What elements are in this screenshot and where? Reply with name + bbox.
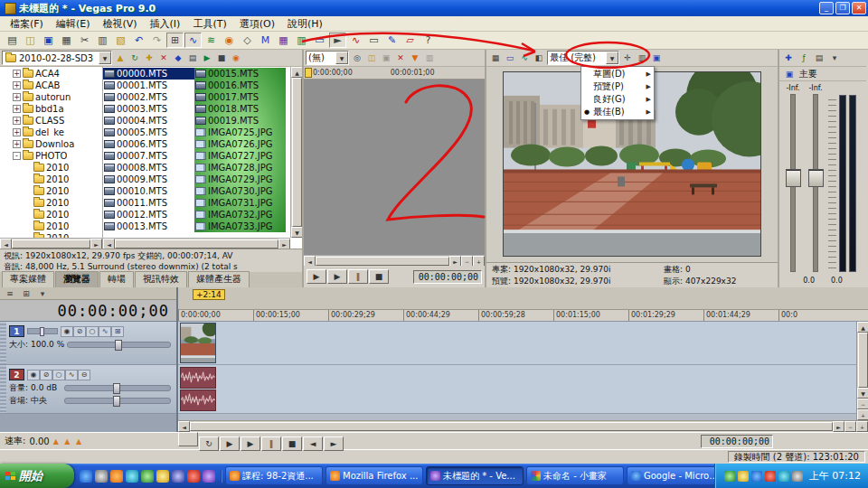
quicklaunch-mail-icon[interactable] xyxy=(156,470,169,483)
quicklaunch-vegas-icon[interactable] xyxy=(203,470,215,483)
loop-playback-button[interactable]: ↻ xyxy=(199,436,219,451)
file-item[interactable]: 00000.MTS xyxy=(103,68,194,80)
video-event-clip[interactable] xyxy=(180,323,216,363)
play-from-start-button[interactable]: ▶ xyxy=(220,436,240,451)
remove-media-icon[interactable]: ✕ xyxy=(393,52,408,64)
track-size-slider[interactable] xyxy=(67,342,171,348)
paste-icon[interactable]: ▧ xyxy=(112,33,129,48)
automation-settings-icon[interactable]: ◉ xyxy=(61,326,73,337)
quicklaunch-ie-icon[interactable] xyxy=(80,470,92,483)
zoom-tool-icon[interactable]: ◎ xyxy=(350,52,364,64)
taskbar-button[interactable]: Mozilla Firefox ... xyxy=(326,466,423,485)
file-item[interactable]: IMGA0730.JPG xyxy=(194,185,286,197)
scroll-left-icon[interactable]: ◄ xyxy=(178,421,190,432)
folder-tree-item[interactable]: + ACA4 xyxy=(0,68,102,80)
audio-track-header[interactable]: 2 ◉⊘○∿⊖ 音量: 0.0 dB 音場: 中央 xyxy=(0,365,176,414)
project-properties-icon[interactable]: ▦ xyxy=(58,33,75,48)
scroll-left-icon[interactable]: ◄ xyxy=(0,239,12,249)
preview-quality-combo[interactable]: 最佳 (完整) ▼ xyxy=(547,51,619,65)
scroll-down-icon[interactable]: ▼ xyxy=(291,227,302,238)
file-item[interactable]: 00007.MTS xyxy=(103,150,194,162)
composite-level-slider[interactable] xyxy=(27,328,58,334)
fader-handle[interactable] xyxy=(786,169,801,187)
stop-preview-icon[interactable]: ■ xyxy=(214,52,229,64)
folder-tree-item[interactable]: 2010 xyxy=(0,162,102,174)
auto-ripple-toggle-icon[interactable]: ≋ xyxy=(203,33,220,48)
volume-fader[interactable] xyxy=(813,94,818,272)
quicklaunch-word-icon[interactable] xyxy=(172,470,184,483)
tray-antivirus-icon[interactable] xyxy=(724,471,735,482)
mute-icon[interactable]: ⊘ xyxy=(73,326,86,337)
dock-tab[interactable]: 專案媒體 xyxy=(2,271,54,287)
folder-tree-item[interactable]: + del_ke xyxy=(0,127,102,138)
folder-tree-item[interactable]: + ACAB xyxy=(0,80,102,91)
mixer-view-icon[interactable]: ▥ xyxy=(293,33,310,48)
track-zoom-out-icon[interactable]: − xyxy=(857,399,868,409)
folder-tree-item[interactable]: + Downloa xyxy=(0,138,102,150)
pause-button[interactable]: ‖ xyxy=(348,269,368,284)
volume-slider[interactable] xyxy=(64,385,171,391)
file-item[interactable]: 00011.MTS xyxy=(103,197,194,209)
new-folder-icon[interactable]: ✚ xyxy=(142,52,156,64)
auto-crossfade-toggle-icon[interactable]: ∿ xyxy=(184,33,202,48)
file-item[interactable]: IMGA0728.JPG xyxy=(194,162,286,174)
whats-this-help-icon[interactable]: ? xyxy=(420,33,437,48)
file-item[interactable]: IMGA0726.JPG xyxy=(194,138,286,150)
play-button[interactable]: ▶ xyxy=(241,436,260,451)
file-item[interactable]: IMGA0733.JPG xyxy=(194,221,286,232)
tree-expander-icon[interactable]: + xyxy=(13,81,21,89)
copy-snapshot-icon[interactable]: ▥ xyxy=(635,52,649,64)
mixer-properties-icon[interactable]: ▾ xyxy=(827,52,842,64)
media-manager-icon[interactable]: M xyxy=(257,33,274,48)
selection-edit-tool-icon[interactable]: ▭ xyxy=(365,33,382,48)
dock-tab[interactable]: 媒體產生器 xyxy=(188,271,250,287)
trimmer-canvas[interactable] xyxy=(304,80,485,255)
explorer-address-combo[interactable]: 2010-02-28-SD3 ▼ xyxy=(2,51,112,65)
quality-menu-item[interactable]: 預覽(P) ▶ xyxy=(581,80,654,93)
envelope-edit-tool-icon[interactable]: ∿ xyxy=(347,33,364,48)
timeline-vertical-scrollbar[interactable]: ▲ ▼ − + xyxy=(856,322,868,420)
cursor-time-display[interactable]: 00:00:00;00 xyxy=(0,300,176,322)
file-item[interactable]: 00013.MTS xyxy=(103,221,194,232)
tree-expander-icon[interactable]: + xyxy=(13,70,21,78)
go-to-start-button[interactable]: ◄ xyxy=(303,436,323,451)
minimize-button[interactable]: _ xyxy=(819,2,834,14)
tray-update-icon[interactable] xyxy=(765,471,776,482)
tray-messenger-icon[interactable] xyxy=(751,471,762,482)
normal-edit-tool-icon[interactable]: ► xyxy=(329,33,346,48)
favorites-icon[interactable]: ◆ xyxy=(171,52,185,64)
timeline-menu-icon[interactable]: ≡ xyxy=(3,287,17,300)
menu-item[interactable]: 檔案(F) xyxy=(4,16,50,32)
time-zoom-in-icon[interactable]: + xyxy=(856,421,868,432)
file-item[interactable]: 00018.MTS xyxy=(194,103,286,115)
menu-item[interactable]: 選項(O) xyxy=(233,16,281,32)
track-zoom-in-icon[interactable]: + xyxy=(857,409,868,420)
file-item[interactable]: 00005.MTS xyxy=(103,127,194,138)
file-item[interactable]: 00019.MTS xyxy=(194,115,286,127)
trimmer-ruler[interactable]: 0:00:00;00 00:00:01;00 xyxy=(304,67,485,80)
file-item[interactable]: 00006.MTS xyxy=(103,138,194,150)
quicklaunch-msn-icon[interactable] xyxy=(141,470,154,483)
folder-tree-item[interactable]: + bbd1a xyxy=(0,103,102,115)
trimmer-horizontal-scrollbar[interactable]: ◄ ► − + xyxy=(304,255,485,266)
up-one-level-icon[interactable]: ▲ xyxy=(113,52,127,64)
start-preview-icon[interactable]: ▶ xyxy=(200,52,214,64)
track-motion-icon[interactable]: ⊞ xyxy=(111,326,124,337)
file-item[interactable]: 00004.MTS xyxy=(103,115,194,127)
delete-icon[interactable]: ✕ xyxy=(156,52,171,64)
marker-tool-icon[interactable]: ▼ xyxy=(408,52,422,64)
menu-item[interactable]: 編輯(E) xyxy=(50,16,97,32)
trimmer-media-combo[interactable]: (無) ▼ xyxy=(306,51,349,65)
fader-handle[interactable] xyxy=(808,169,824,187)
file-item[interactable]: IMGA0727.JPG xyxy=(194,150,286,162)
save-markers-icon[interactable]: ▣ xyxy=(379,52,393,64)
tree-expander-icon[interactable]: + xyxy=(13,105,21,113)
folder-tree-item[interactable]: + autorun xyxy=(0,91,102,103)
file-list-vertical-scrollbar[interactable]: ▲ ▼ xyxy=(290,67,302,238)
close-button[interactable]: ✕ xyxy=(852,2,866,14)
file-item[interactable]: 00002.MTS xyxy=(103,91,194,103)
split-screen-view-icon[interactable]: ◧ xyxy=(532,52,546,64)
quicklaunch-show-desktop-icon[interactable] xyxy=(95,470,108,483)
external-preview-icon[interactable]: ▭ xyxy=(311,33,328,48)
menu-item[interactable]: 檢視(V) xyxy=(96,16,143,32)
